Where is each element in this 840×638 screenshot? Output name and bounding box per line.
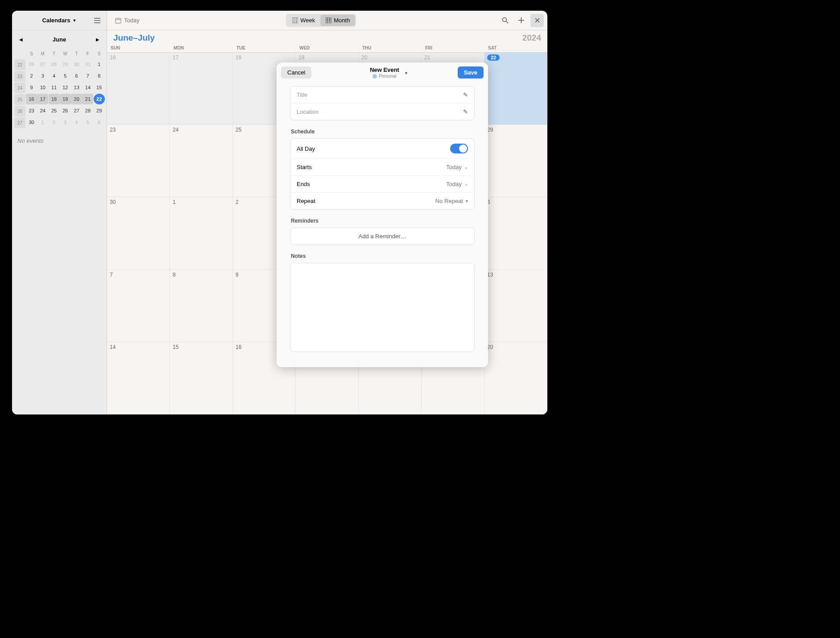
mini-dow: S	[94, 48, 105, 59]
title-input[interactable]	[297, 91, 463, 98]
calendars-dropdown[interactable]: Calendars ▼	[42, 17, 77, 24]
mini-day[interactable]: 31	[82, 59, 93, 70]
chevron-down-icon: ⌄	[464, 165, 468, 170]
mini-day[interactable]: 29	[60, 59, 71, 70]
mini-day[interactable]: 26	[60, 105, 71, 116]
mini-day[interactable]: 8	[94, 70, 105, 81]
mini-day[interactable]: 6	[71, 70, 82, 81]
mini-day[interactable]: 27	[71, 105, 82, 116]
week-icon	[292, 17, 298, 23]
mini-day[interactable]: 2	[49, 117, 60, 128]
chevron-down-icon: ▼	[72, 18, 76, 23]
mini-day[interactable]: 24	[37, 105, 48, 116]
today-button[interactable]: Today	[111, 15, 144, 26]
month-header: June–July 2024	[107, 30, 547, 44]
calendar-dropdown-icon[interactable]: ▼	[404, 71, 408, 75]
menu-button[interactable]	[91, 15, 103, 26]
close-button[interactable]	[530, 14, 544, 27]
week-view-button[interactable]: Week	[287, 15, 320, 26]
day-cell[interactable]: 22	[484, 53, 547, 125]
mini-day[interactable]: 9	[26, 82, 37, 93]
mini-day[interactable]: 25	[49, 105, 60, 116]
mini-day[interactable]: 3	[60, 117, 71, 128]
mini-day[interactable]: 1	[94, 59, 105, 70]
mini-day[interactable]: 10	[37, 82, 48, 93]
location-input[interactable]	[297, 108, 463, 115]
mini-day[interactable]: 12	[60, 82, 71, 93]
week-label: Week	[300, 17, 315, 24]
mini-day[interactable]: 6	[94, 117, 105, 128]
title-row: ✎	[290, 87, 474, 104]
topbar: Today Week Month	[107, 11, 547, 30]
day-cell[interactable]: 16	[107, 53, 170, 125]
add-reminder-button[interactable]: Add a Reminder…	[290, 228, 475, 245]
day-cell[interactable]: 15	[170, 342, 233, 414]
mini-day[interactable]: 19	[60, 94, 71, 104]
day-cell[interactable]: 1	[170, 197, 233, 269]
weekday-label: MON	[170, 44, 233, 52]
mini-day[interactable]: 4	[49, 70, 60, 81]
ends-row[interactable]: Ends Today⌄	[290, 176, 474, 193]
mini-day[interactable]: 22	[94, 94, 105, 104]
day-cell[interactable]: 7	[107, 270, 170, 342]
weekday-label: WED	[296, 44, 359, 52]
schedule-card: All Day Starts Today⌄ Ends Today⌄ Repeat…	[290, 138, 475, 210]
mini-day[interactable]: 5	[60, 70, 71, 81]
weekday-label: TUE	[233, 44, 296, 52]
day-cell[interactable]: 14	[107, 342, 170, 414]
month-view-button[interactable]: Month	[320, 15, 355, 26]
mini-day[interactable]: 18	[49, 94, 60, 104]
mini-day[interactable]: 16	[26, 94, 37, 104]
starts-label: Starts	[297, 164, 312, 170]
year-label: 2024	[522, 33, 541, 43]
mini-day[interactable]: 4	[71, 117, 82, 128]
mini-day[interactable]: 28	[82, 105, 93, 116]
day-cell[interactable]: 13	[484, 270, 547, 342]
popover-header: Cancel New Event Personal ▼ Save	[277, 62, 488, 83]
svg-rect-2	[326, 17, 331, 23]
day-cell[interactable]: 29	[484, 125, 547, 197]
mini-day[interactable]: 30	[71, 59, 82, 70]
day-cell[interactable]: 23	[107, 125, 170, 197]
mini-day[interactable]: 30	[26, 117, 37, 128]
mini-day[interactable]: 20	[71, 94, 82, 104]
prev-month-button[interactable]: ◀	[17, 35, 25, 44]
mini-calendar: ◀ June ▶ SMTWTFS222627282930311232345678…	[12, 30, 107, 131]
notes-label: Notes	[291, 253, 474, 259]
day-cell[interactable]: 30	[107, 197, 170, 269]
mini-day[interactable]: 14	[82, 82, 93, 93]
all-day-toggle[interactable]	[450, 144, 468, 153]
mini-day[interactable]: 13	[71, 82, 82, 93]
mini-day[interactable]: 1	[37, 117, 48, 128]
mini-day[interactable]: 21	[82, 94, 93, 104]
day-cell[interactable]: 24	[170, 125, 233, 197]
search-button[interactable]	[498, 14, 512, 27]
mini-day[interactable]: 27	[37, 59, 48, 70]
mini-day[interactable]: 29	[94, 105, 105, 116]
mini-day[interactable]: 15	[94, 82, 105, 93]
mini-day[interactable]: 28	[49, 59, 60, 70]
mini-day[interactable]: 2	[26, 70, 37, 81]
day-cell[interactable]: 8	[170, 270, 233, 342]
mini-day[interactable]: 7	[82, 70, 93, 81]
repeat-row[interactable]: Repeat No Repeat▾	[290, 193, 474, 209]
day-cell[interactable]: 20	[484, 342, 547, 414]
mini-day[interactable]: 11	[49, 82, 60, 93]
mini-day[interactable]: 3	[37, 70, 48, 81]
mini-week-num: 27	[14, 117, 25, 128]
starts-row[interactable]: Starts Today⌄	[290, 159, 474, 176]
mini-day[interactable]: 5	[82, 117, 93, 128]
new-event-button[interactable]	[514, 14, 528, 27]
mini-dow: F	[82, 48, 93, 59]
day-cell[interactable]: 17	[170, 53, 233, 125]
mini-week-num: 24	[14, 83, 25, 93]
mini-day[interactable]: 23	[26, 105, 37, 116]
mini-day[interactable]: 17	[37, 94, 48, 104]
cancel-button[interactable]: Cancel	[281, 66, 311, 79]
notes-textarea[interactable]	[290, 263, 475, 352]
day-cell[interactable]: 6	[484, 197, 547, 269]
next-month-button[interactable]: ▶	[93, 35, 102, 44]
mini-day[interactable]: 26	[26, 59, 37, 70]
save-button[interactable]: Save	[458, 66, 484, 79]
app-window: Calendars ▼ ◀ June ▶ SMTWTFS222627282930…	[12, 11, 547, 414]
